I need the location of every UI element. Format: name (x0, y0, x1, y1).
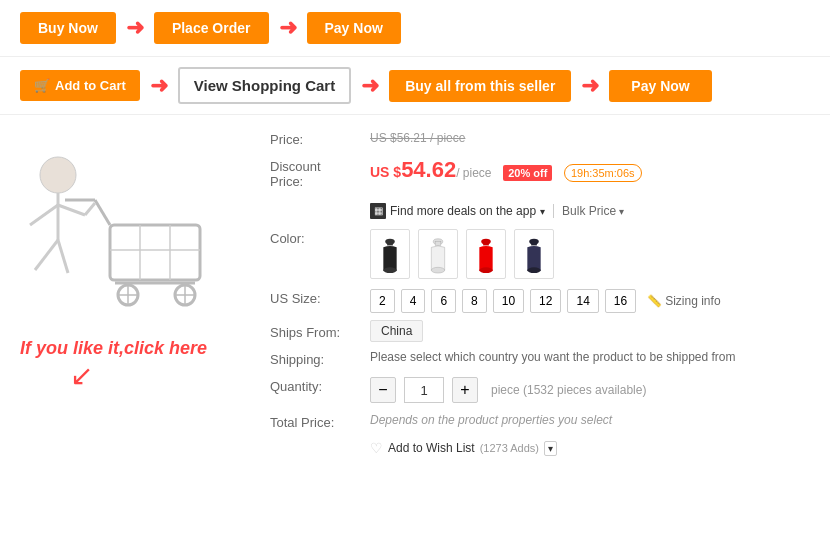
ships-value: China (370, 323, 820, 338)
down-arrow-icon: ↙ (70, 359, 250, 392)
ships-row: Ships From: China (270, 323, 820, 340)
svg-line-21 (85, 203, 95, 215)
shipping-text: Please select which country you want the… (370, 350, 820, 364)
color-swatch-blue[interactable] (514, 229, 554, 279)
svg-point-30 (479, 267, 492, 273)
size-8[interactable]: 8 (462, 289, 487, 313)
size-4[interactable]: 4 (401, 289, 426, 313)
qr-icon: ▦ (370, 203, 386, 219)
quantity-minus-button[interactable]: − (370, 377, 396, 403)
size-options: 2 4 6 8 10 12 14 16 📏 Sizing info (370, 289, 820, 313)
total-label: Total Price: (270, 413, 370, 430)
place-order-button[interactable]: Place Order (154, 12, 269, 44)
svg-line-20 (58, 240, 68, 273)
left-side: If you like it,click here ↙ (0, 125, 260, 471)
heart-icon: ♡ (370, 440, 383, 456)
buy-seller-button[interactable]: Buy all from this seller (389, 70, 571, 102)
discount-label: Discount Price: (270, 157, 370, 189)
quantity-control: − 1 + piece (1532 pieces available) (370, 377, 820, 403)
quantity-plus-button[interactable]: + (452, 377, 478, 403)
deals-row: ▦ Find more deals on the app ▾ Bulk Pric… (270, 199, 820, 219)
svg-point-33 (527, 267, 540, 273)
cart-icon: 🛒 (34, 78, 50, 93)
price-original-value: US $56.21 / piece (370, 130, 820, 145)
wishlist-value: ♡ Add to Wish List (1273 Adds) ▾ (370, 440, 820, 456)
shipping-label: Shipping: (270, 350, 370, 367)
color-swatch-red[interactable] (466, 229, 506, 279)
svg-point-27 (431, 267, 444, 273)
size-12[interactable]: 12 (530, 289, 561, 313)
color-label: Color: (270, 229, 370, 246)
size-2[interactable]: 2 (370, 289, 395, 313)
arrow-1: ➜ (126, 15, 144, 41)
second-bar: 🛒 Add to Cart ➜ View Shopping Cart ➜ Buy… (0, 57, 830, 115)
size-label: US Size: (270, 289, 370, 306)
ruler-icon: 📏 (647, 294, 662, 308)
discount-badge: 20% off (503, 165, 552, 181)
quantity-info: piece (1532 pieces available) (491, 383, 646, 397)
ships-label: Ships From: (270, 323, 370, 340)
svg-rect-29 (483, 242, 489, 246)
wishlist-dropdown[interactable]: ▾ (544, 441, 557, 456)
color-options (370, 229, 820, 279)
chevron-down-icon: ▾ (540, 206, 545, 217)
discount-row: Discount Price: US $54.62/ piece 20% off… (270, 157, 820, 189)
arrow-3: ➜ (150, 73, 168, 99)
size-10[interactable]: 10 (493, 289, 524, 313)
color-row: Color: (270, 229, 820, 279)
svg-rect-0 (110, 225, 200, 280)
svg-line-18 (58, 205, 85, 215)
price-row: Price: US $56.21 / piece (270, 130, 820, 147)
arrow-2: ➜ (279, 15, 297, 41)
pay-now-button-1[interactable]: Pay Now (307, 12, 401, 44)
deals-value: ▦ Find more deals on the app ▾ Bulk Pric… (370, 203, 820, 219)
buy-now-button[interactable]: Buy Now (20, 12, 116, 44)
bulk-chevron-icon: ▾ (619, 206, 624, 217)
svg-point-24 (383, 267, 396, 273)
svg-line-17 (30, 205, 58, 225)
quantity-label: Quantity: (270, 377, 370, 394)
svg-rect-32 (531, 242, 537, 246)
deals-text: Find more deals on the app (390, 204, 536, 218)
size-16[interactable]: 16 (605, 289, 636, 313)
arrow-4: ➜ (361, 73, 379, 99)
arrow-5: ➜ (581, 73, 599, 99)
wishlist-row: ♡ Add to Wish List (1273 Adds) ▾ (270, 440, 820, 456)
discount-value: US $54.62/ piece 20% off 19h:35m:06s (370, 157, 820, 183)
top-bar: Buy Now ➜ Place Order ➜ Pay Now (0, 0, 830, 57)
pay-now-button-2[interactable]: Pay Now (609, 70, 711, 102)
size-6[interactable]: 6 (431, 289, 456, 313)
svg-line-19 (35, 240, 58, 270)
color-swatch-black[interactable] (370, 229, 410, 279)
wishlist-text[interactable]: Add to Wish List (388, 441, 475, 455)
svg-point-15 (40, 157, 76, 193)
wishlist-count: (1273 Adds) (480, 442, 539, 454)
total-text: Depends on the product properties you se… (370, 413, 820, 427)
quantity-row: Quantity: − 1 + piece (1532 pieces avail… (270, 377, 820, 403)
size-14[interactable]: 14 (567, 289, 598, 313)
sizing-info[interactable]: 📏 Sizing info (647, 294, 720, 308)
shipping-row: Shipping: Please select which country yo… (270, 350, 820, 367)
svg-rect-26 (435, 242, 441, 246)
timer-badge: 19h:35m:06s (564, 164, 642, 182)
svg-rect-23 (387, 242, 393, 246)
total-row: Total Price: Depends on the product prop… (270, 413, 820, 430)
color-swatch-white[interactable] (418, 229, 458, 279)
add-to-cart-button[interactable]: 🛒 Add to Cart (20, 70, 140, 101)
product-image (10, 135, 240, 325)
price-label: Price: (270, 130, 370, 147)
click-text: If you like it,click here (20, 338, 250, 359)
right-side: Price: US $56.21 / piece Discount Price:… (260, 125, 830, 471)
size-row: US Size: 2 4 6 8 10 12 14 16 📏 Sizing in… (270, 289, 820, 313)
svg-line-4 (95, 200, 110, 225)
view-cart-button[interactable]: View Shopping Cart (178, 67, 351, 104)
main-content: If you like it,click here ↙ Price: US $5… (0, 115, 830, 481)
quantity-value: 1 (404, 377, 444, 403)
bulk-price: Bulk Price ▾ (553, 204, 624, 218)
